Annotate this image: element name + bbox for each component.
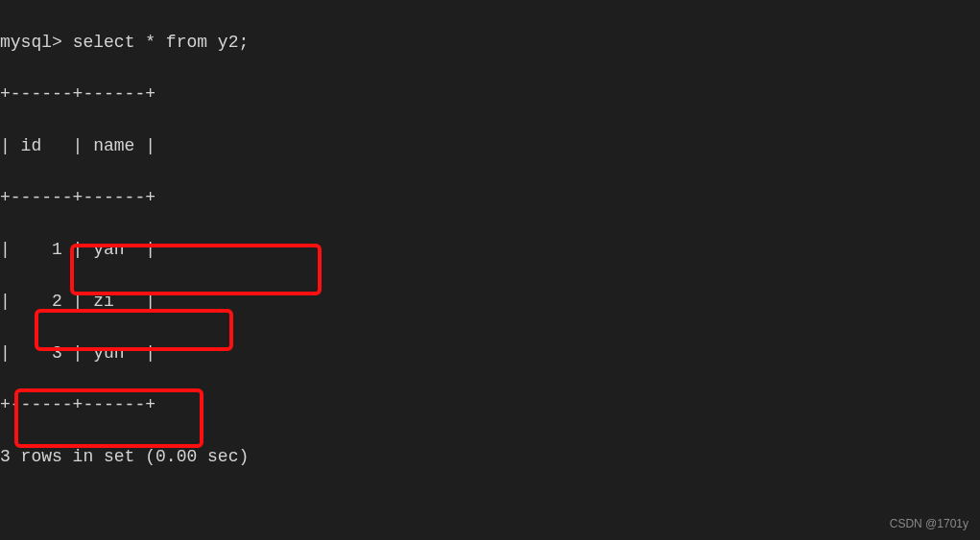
table-row: | 2 | zi | — [0, 289, 980, 315]
table-row: | 1 | yan | — [0, 237, 980, 263]
table-border: +------+------+ — [0, 82, 980, 107]
table-border: +------+------+ — [0, 392, 980, 418]
table-border: +------+------+ — [0, 185, 980, 211]
sql-command: select * from y2; — [73, 33, 250, 52]
command-line: mysql> select * from y2; — [0, 30, 980, 56]
terminal-output: mysql> select * from y2; +------+------+… — [0, 4, 980, 540]
table-header: | id | name | — [0, 133, 980, 159]
result-text: 3 rows in set (0.00 sec) — [0, 444, 980, 470]
blank-line — [0, 496, 980, 522]
watermark: CSDN @1701y — [890, 515, 968, 532]
table-row: | 3 | yun | — [0, 340, 980, 366]
prompt: mysql> — [0, 33, 62, 52]
